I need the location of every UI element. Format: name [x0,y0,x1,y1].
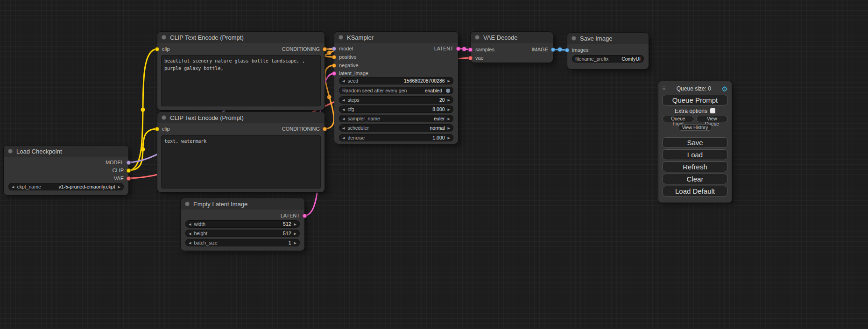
arrow-right-icon[interactable]: ▶ [448,108,450,111]
arrow-right-icon[interactable]: ▶ [294,232,296,235]
collapse-dot-icon[interactable] [162,115,166,120]
conditioning-port-icon[interactable] [323,47,327,51]
arrow-left-icon[interactable]: ◀ [189,241,191,245]
prompt-textarea[interactable]: beautiful scenery nature glass bottle la… [161,55,321,106]
output-slot-vae[interactable]: VAE [114,175,131,182]
arrow-left-icon[interactable]: ◀ [342,98,345,102]
widget-random-seed-toggle[interactable]: Random seed after every gen enabled [339,87,453,94]
view-history-button[interactable]: View History [678,124,712,131]
collapse-dot-icon[interactable] [339,35,343,40]
arrow-right-icon[interactable]: ▶ [118,185,120,189]
output-slot-latent[interactable]: LATENT [281,212,307,219]
refresh-button[interactable]: Refresh [662,161,728,172]
input-slot-clip[interactable]: clip [155,126,170,132]
widget-steps[interactable]: ◀ steps 20 ▶ [339,96,453,104]
prompt-textarea[interactable]: text, watermark [161,135,321,189]
node-title-bar[interactable]: CLIP Text Encode (Prompt) [157,32,325,43]
view-queue-button[interactable]: View Queue [696,116,728,122]
collapse-dot-icon[interactable] [572,36,576,41]
clip-port-icon[interactable] [155,47,159,51]
arrow-right-icon[interactable]: ▶ [294,241,296,245]
node-ksampler[interactable]: KSampler model positive negative latent_… [334,32,458,144]
model-port-icon[interactable] [127,161,131,165]
node-title-bar[interactable]: Empty Latent Image [181,198,304,210]
node-title-bar[interactable]: Save Image [567,33,649,44]
conditioning-port-icon[interactable] [332,63,336,68]
settings-gear-icon[interactable]: ⚙ [722,85,728,92]
comfyui-canvas[interactable]: Load Checkpoint MODEL CLIP VAE ◀ ckpt_na… [0,0,868,329]
node-load-checkpoint[interactable]: Load Checkpoint MODEL CLIP VAE ◀ ckpt_na… [4,146,128,195]
node-title-bar[interactable]: KSampler [334,32,458,43]
arrow-left-icon[interactable]: ◀ [12,185,14,189]
collapse-dot-icon[interactable] [185,202,190,206]
arrow-right-icon[interactable]: ▶ [294,223,296,226]
output-slot-conditioning[interactable]: CONDITIONING [282,126,327,132]
conditioning-port-icon[interactable] [323,127,327,131]
arrow-left-icon[interactable]: ◀ [189,232,191,235]
widget-height[interactable]: ◀ height 512 ▶ [185,230,300,237]
output-slot-model[interactable]: MODEL [106,159,131,166]
input-slot-clip[interactable]: clip [155,46,170,52]
clear-button[interactable]: Clear [662,174,728,184]
vae-port-icon[interactable] [127,176,131,181]
toggle-dot-icon[interactable] [446,89,450,93]
arrow-left-icon[interactable]: ◀ [342,136,345,140]
drag-handle-icon[interactable]: ⠿ [662,86,666,92]
widget-scheduler[interactable]: ◀ scheduler normal ▶ [339,124,453,132]
extra-options-checkbox[interactable] [710,108,715,113]
output-slot-latent[interactable]: LATENT [434,45,460,52]
input-slot-vae[interactable]: vae [468,55,484,61]
output-slot-conditioning[interactable]: CONDITIONING [282,46,327,52]
node-empty-latent-image[interactable]: Empty Latent Image LATENT ◀ width 512 ▶ … [181,198,304,251]
widget-sampler-name[interactable]: ◀ sampler_name euler ▶ [339,115,453,122]
output-slot-image[interactable]: IMAGE [532,46,555,53]
load-button[interactable]: Load [662,149,728,160]
arrow-right-icon[interactable]: ▶ [448,79,450,83]
arrow-left-icon[interactable]: ◀ [342,126,345,130]
latent-port-icon[interactable] [303,214,307,218]
node-clip-text-encode-negative[interactable]: CLIP Text Encode (Prompt) clip CONDITION… [157,112,325,192]
arrow-right-icon[interactable]: ▶ [448,98,450,102]
input-slot-latent-image[interactable]: latent_image [332,70,368,77]
arrow-right-icon[interactable]: ▶ [448,126,450,130]
queue-front-button[interactable]: Queue Front [662,116,694,122]
node-title-bar[interactable]: VAE Decode [471,32,553,43]
collapse-dot-icon[interactable] [162,35,166,40]
queue-prompt-button[interactable]: Queue Prompt [662,95,728,105]
node-clip-text-encode-positive[interactable]: CLIP Text Encode (Prompt) clip CONDITION… [157,32,325,110]
arrow-left-icon[interactable]: ◀ [342,79,345,83]
latent-port-icon[interactable] [468,48,473,52]
clip-port-icon[interactable] [127,168,131,173]
input-slot-positive[interactable]: positive [332,54,356,60]
arrow-left-icon[interactable]: ◀ [342,117,345,120]
widget-seed[interactable]: ◀ seed 156680208700286 ▶ [339,77,453,84]
collapse-dot-icon[interactable] [475,35,480,40]
input-slot-samples[interactable]: samples [468,46,494,53]
node-title-bar[interactable]: CLIP Text Encode (Prompt) [157,112,325,123]
load-default-button[interactable]: Load Default [662,186,728,196]
widget-width[interactable]: ◀ width 512 ▶ [185,220,300,228]
widget-filename-prefix[interactable]: filename_prefix ComfyUI [572,55,644,63]
arrow-right-icon[interactable]: ▶ [448,117,450,120]
arrow-right-icon[interactable]: ▶ [448,136,450,140]
widget-cfg[interactable]: ◀ cfg 8.000 ▶ [339,105,453,113]
image-port-icon[interactable] [565,48,569,52]
image-port-icon[interactable] [551,48,555,52]
input-slot-model[interactable]: model [332,45,353,52]
vae-port-icon[interactable] [468,56,473,60]
save-button[interactable]: Save [662,137,728,148]
widget-denoise[interactable]: ◀ denoise 1.000 ▶ [339,134,453,141]
latent-port-icon[interactable] [456,47,460,51]
clip-port-icon[interactable] [155,127,159,131]
widget-batch-size[interactable]: ◀ batch_size 1 ▶ [185,239,300,246]
conditioning-port-icon[interactable] [332,55,336,59]
node-title-bar[interactable]: Load Checkpoint [4,146,128,157]
input-slot-negative[interactable]: negative [332,62,359,69]
arrow-left-icon[interactable]: ◀ [342,108,345,111]
model-port-icon[interactable] [332,47,336,51]
node-vae-decode[interactable]: VAE Decode samples vae IMAGE [471,32,553,63]
latent-port-icon[interactable] [332,71,336,76]
arrow-left-icon[interactable]: ◀ [189,223,191,226]
input-slot-images[interactable]: images [565,47,588,53]
output-slot-clip[interactable]: CLIP [113,167,131,174]
